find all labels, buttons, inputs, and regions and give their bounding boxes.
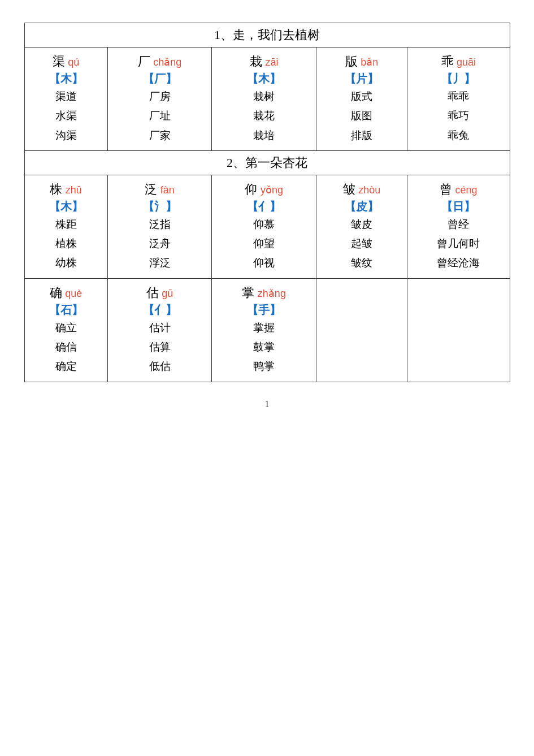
- s1-col1-radical: 【木】: [49, 71, 83, 87]
- s2-col3-word1: 仰慕: [253, 215, 275, 234]
- s2-col2-pinyin: fàn: [160, 184, 175, 196]
- s2b-col1-radical: 【石】: [49, 303, 83, 318]
- s2-col2-word3: 浮泛: [149, 254, 171, 272]
- s2-col3-char: 仰 yǒng 【亻】 仰慕 仰望 仰视: [212, 175, 316, 278]
- s1-col5-word3: 乖兔: [448, 127, 469, 145]
- s2-col5-word3: 曾经沧海: [437, 254, 480, 272]
- s1-col2-word1: 厂房: [149, 88, 171, 106]
- s1-col2-char: 厂 chǎng 【厂】 厂房 厂址 厂家: [107, 47, 212, 151]
- s2b-col3-radical: 【手】: [247, 303, 281, 318]
- s1-col4-word3: 排版: [351, 127, 372, 145]
- s1-col4-word1: 版式: [351, 88, 372, 106]
- s2-col4-pinyin: zhòu: [358, 184, 380, 196]
- section2b-char-row: 确 què 【石】 确立 确信 确定 估 gū 【亻】 估计 估算 低估 掌 z…: [24, 278, 510, 382]
- s2-col1-hanzi: 株 zhū: [50, 181, 82, 198]
- s2b-col1-word3: 确定: [55, 357, 77, 375]
- s1-col1-hanzi: 渠 qú: [53, 53, 80, 70]
- s1-col5-char: 乖 guāi 【丿】 乖乖 乖巧 乖兔: [407, 47, 510, 151]
- s2b-col3-word2: 鼓掌: [253, 338, 275, 356]
- s1-col1-word1: 渠道: [55, 88, 77, 106]
- s2b-col3-char: 掌 zhǎng 【手】 掌握 鼓掌 鸭掌: [212, 278, 316, 382]
- s1-col4-pinyin: bǎn: [361, 57, 378, 68]
- s2b-col3-hanzi: 掌 zhǎng: [242, 284, 286, 301]
- s1-col2-word3: 厂家: [149, 127, 171, 145]
- section2-char-row: 株 zhū 【木】 株距 植株 幼株 泛 fàn 【氵】 泛指 泛舟 浮泛 仰 …: [24, 175, 510, 278]
- s1-col1-char: 渠 qú 【木】 渠道 水渠 沟渠: [24, 47, 107, 151]
- s1-col5-radical: 【丿】: [441, 71, 475, 87]
- page-number: 1: [265, 399, 270, 409]
- s1-col2-radical: 【厂】: [143, 71, 177, 87]
- s2b-col2-pinyin: gū: [162, 288, 173, 299]
- s2-col5-radical: 【日】: [441, 199, 475, 214]
- s2b-col3-word1: 掌握: [253, 319, 275, 337]
- s2-col4-word1: 皱皮: [351, 215, 372, 234]
- s1-col4-hanzi: 版 bǎn: [345, 53, 379, 70]
- main-table: 1、走，我们去植树 渠 qú 【木】 渠道 水渠 沟渠 厂 chǎng 【厂】 …: [24, 23, 510, 382]
- s2-col1-word3: 幼株: [55, 254, 77, 272]
- s1-col4-char: 版 bǎn 【片】 版式 版图 排版: [316, 47, 407, 151]
- s2b-col2-word2: 估算: [149, 338, 171, 356]
- s2-col3-word2: 仰望: [253, 235, 275, 253]
- s2-col5-pinyin: céng: [455, 184, 477, 196]
- s2-col2-word1: 泛指: [149, 215, 171, 234]
- s1-col4-radical: 【片】: [345, 71, 379, 87]
- s1-col5-word2: 乖巧: [448, 107, 469, 125]
- s1-col2-word2: 厂址: [149, 107, 171, 125]
- s2b-col1-word2: 确信: [55, 338, 77, 356]
- s2-col5-word2: 曾几何时: [437, 235, 480, 253]
- s1-col3-word1: 栽树: [253, 88, 275, 106]
- s2-col3-hanzi: 仰 yǒng: [245, 181, 283, 198]
- s2b-col2-hanzi: 估 gū: [146, 284, 173, 301]
- s2-col1-radical: 【木】: [49, 199, 83, 214]
- s2-col1-word2: 植株: [55, 235, 77, 253]
- s1-col3-char: 栽 zāi 【木】 栽树 栽花 栽培: [212, 47, 316, 151]
- s1-col5-hanzi: 乖 guāi: [441, 53, 476, 70]
- s2-col5-char: 曾 céng 【日】 曾经 曾几何时 曾经沧海: [407, 175, 510, 278]
- s2-col3-radical: 【亻】: [247, 199, 281, 214]
- s1-col5-word1: 乖乖: [448, 88, 469, 106]
- s2-col2-word2: 泛舟: [149, 235, 171, 253]
- s1-col1-pinyin: qú: [68, 57, 79, 68]
- s2b-col2-char: 估 gū 【亻】 估计 估算 低估: [107, 278, 212, 382]
- s1-col4-word2: 版图: [351, 107, 372, 125]
- s2b-col1-pinyin: què: [65, 288, 82, 299]
- s2-col4-word2: 起皱: [351, 235, 372, 253]
- s2-col1-char: 株 zhū 【木】 株距 植株 幼株: [24, 175, 107, 278]
- s1-col3-radical: 【木】: [247, 71, 281, 87]
- s1-col3-word3: 栽培: [253, 127, 275, 145]
- s2b-col5-empty: [407, 278, 510, 382]
- s1-col2-hanzi: 厂 chǎng: [138, 53, 182, 70]
- s2-col4-hanzi: 皱 zhòu: [343, 181, 381, 198]
- s2-col2-hanzi: 泛 fàn: [145, 181, 175, 198]
- s1-col3-pinyin: zāi: [265, 57, 278, 68]
- section1-header-row: 1、走，我们去植树: [24, 23, 510, 47]
- section2-header-row: 2、第一朵杏花: [24, 150, 510, 175]
- s2-col5-hanzi: 曾 céng: [440, 181, 477, 198]
- s2-col3-word3: 仰视: [253, 254, 275, 272]
- s2-col1-word1: 株距: [55, 215, 77, 234]
- s2-col4-char: 皱 zhòu 【皮】 皱皮 起皱 皱纹: [316, 175, 407, 278]
- s2b-col2-word3: 低估: [149, 357, 171, 375]
- s2-col2-char: 泛 fàn 【氵】 泛指 泛舟 浮泛: [107, 175, 212, 278]
- s2-col2-radical: 【氵】: [143, 199, 177, 214]
- section1-title: 1、走，我们去植树: [24, 23, 510, 47]
- s2-col1-pinyin: zhū: [66, 184, 82, 196]
- s1-col1-word3: 沟渠: [55, 127, 77, 145]
- s1-col2-pinyin: chǎng: [153, 57, 181, 68]
- s2b-col3-word3: 鸭掌: [253, 357, 275, 375]
- s2b-col1-char: 确 què 【石】 确立 确信 确定: [24, 278, 107, 382]
- s1-col3-hanzi: 栽 zāi: [250, 53, 279, 70]
- s2-col4-radical: 【皮】: [345, 199, 379, 214]
- s2b-col1-hanzi: 确 què: [50, 284, 83, 301]
- s1-col1-word2: 水渠: [55, 107, 77, 125]
- s2-col5-word1: 曾经: [448, 215, 469, 234]
- section2-title: 2、第一朵杏花: [24, 150, 510, 175]
- s2b-col3-pinyin: zhǎng: [258, 288, 286, 299]
- section1-char-row: 渠 qú 【木】 渠道 水渠 沟渠 厂 chǎng 【厂】 厂房 厂址 厂家 栽…: [24, 47, 510, 151]
- s1-col5-pinyin: guāi: [457, 57, 476, 68]
- s2b-col4-empty: [316, 278, 407, 382]
- s2-col4-word3: 皱纹: [351, 254, 372, 272]
- s2b-col2-word1: 估计: [149, 319, 171, 337]
- s2b-col2-radical: 【亻】: [143, 303, 177, 318]
- s2-col3-pinyin: yǒng: [261, 184, 283, 196]
